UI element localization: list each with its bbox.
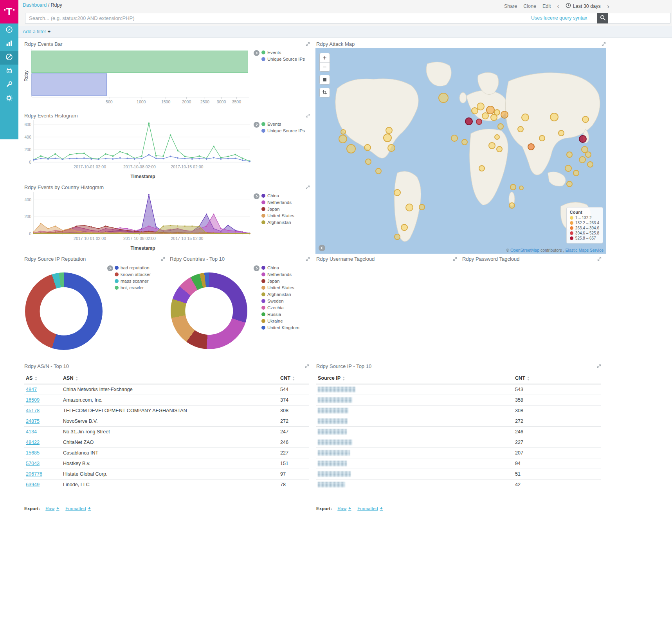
as-link[interactable]: 24875 [26,418,40,424]
legend-toggle-icon[interactable] [254,265,259,271]
map-bubble[interactable] [558,130,564,136]
sidebar-item-management[interactable] [0,92,18,106]
legend-item[interactable]: United Kingdom [261,325,320,330]
expand-icon[interactable] [306,114,310,118]
legend-item[interactable]: bad reputation [115,265,166,270]
export-raw-link[interactable]: Raw [337,506,352,511]
attribution-toggle-button[interactable] [319,245,325,251]
reputation-donut-chart[interactable] [25,272,103,350]
map-bubble[interactable] [394,234,400,240]
share-button[interactable]: Share [504,4,517,9]
legend-item[interactable]: Russia [261,312,320,317]
map-bubble[interactable] [465,117,473,125]
as-link[interactable]: 4134 [26,429,37,435]
map-bubble[interactable] [566,181,573,187]
clone-button[interactable]: Clone [523,4,536,9]
expand-icon[interactable] [305,364,309,368]
expand-icon[interactable] [306,42,310,46]
legend-toggle-icon[interactable] [254,193,259,199]
map-bubble[interactable] [509,202,515,209]
legend-item[interactable]: Afghanistan [261,220,320,225]
map-bubble[interactable] [477,103,485,110]
export-raw-link[interactable]: Raw [45,506,60,511]
expand-icon[interactable] [597,257,602,261]
map-bubble[interactable] [501,111,508,119]
legend-item[interactable]: Events [261,122,320,126]
map-bubble[interactable] [550,113,558,121]
map-bubble[interactable] [579,156,586,163]
legend-item[interactable]: Events [261,50,320,55]
legend-item[interactable]: China [261,193,320,198]
map-bubble[interactable] [375,168,382,174]
map-bubble[interactable] [488,142,495,149]
map-bubble[interactable] [587,161,593,168]
map-bubble[interactable] [582,116,589,123]
as-link[interactable]: 57043 [26,461,40,466]
legend-toggle-icon[interactable] [107,265,113,271]
map-bubble[interactable] [494,134,500,140]
column-header-source-ip[interactable]: Source IP [316,373,513,384]
column-header-as[interactable]: AS [24,373,61,384]
map-bubble[interactable] [497,123,504,130]
as-link[interactable]: 15685 [26,450,40,456]
sidebar-item-discover[interactable] [0,23,18,37]
map-bubble[interactable] [479,165,485,171]
search-button[interactable] [597,13,608,23]
legend-item[interactable]: Czechia [261,305,320,310]
attack-map[interactable]: + − Count 1 – 132.2132.2 – 263.4263.4 – … [315,48,606,254]
as-link[interactable]: 63949 [26,482,40,487]
map-bubble[interactable] [528,143,535,150]
map-bubble[interactable] [394,189,401,196]
map-bubble[interactable] [517,126,524,132]
expand-icon[interactable] [602,42,606,46]
map-bubble[interactable] [364,144,371,151]
expand-icon[interactable] [453,257,457,261]
edit-button[interactable]: Edit [542,4,551,9]
sidebar-item-devtools[interactable] [0,78,18,92]
map-bubble[interactable] [494,109,500,115]
map-bubble[interactable] [387,144,395,152]
map-bubble[interactable] [383,133,392,142]
map-bubble[interactable] [346,144,356,153]
time-picker[interactable]: Last 30 days [566,3,601,9]
countries-donut-chart[interactable] [171,272,247,349]
ems-link[interactable]: Elastic Maps Service [566,248,604,252]
zoom-in-button[interactable]: + [320,53,330,63]
lucene-syntax-link[interactable]: Uses lucene query syntax [531,15,587,21]
map-bubble[interactable] [461,139,468,145]
map-bubble[interactable] [476,119,482,125]
legend-toggle-icon[interactable] [254,122,259,128]
breadcrumb-dashboard-link[interactable]: Dashboard [23,2,47,8]
as-link[interactable]: 206776 [26,471,42,477]
column-header-cnt[interactable]: CNT [513,373,601,384]
draw-filter-button[interactable] [319,88,330,97]
legend-item[interactable]: Afghanistan [261,292,320,297]
fit-bounds-button[interactable] [319,75,330,85]
map-bubble[interactable] [386,127,393,134]
map-bubble[interactable] [339,135,347,143]
legend-item[interactable]: Sweden [261,299,320,303]
expand-icon[interactable] [597,364,601,368]
legend-item[interactable]: Japan [261,207,320,211]
time-forward-chevron[interactable]: › [607,2,609,10]
map-bubble[interactable] [585,151,591,158]
country-histogram-chart[interactable]: 02004002017-10-01 02:002017-10-08 02:002… [22,190,257,245]
sidebar-item-dashboard[interactable] [0,51,18,65]
time-back-chevron[interactable]: ‹ [557,3,559,9]
map-bubble[interactable] [401,224,408,231]
sidebar-item-honeypot[interactable] [0,65,18,78]
map-bubble[interactable] [405,204,413,211]
legend-item[interactable]: China [261,265,320,270]
export-formatted-link[interactable]: Formatted [357,506,383,511]
map-bubble[interactable] [566,151,573,158]
export-formatted-link[interactable]: Formatted [65,506,91,511]
add-filter-button[interactable]: Add a filter+ [23,29,50,34]
map-bubble[interactable] [510,184,516,190]
map-bubble[interactable] [438,93,449,103]
telekom-logo[interactable]: T [0,0,18,23]
legend-item[interactable]: known attacker [115,272,166,277]
map-bubble[interactable] [519,186,524,190]
legend-item[interactable]: United States [261,213,320,218]
legend-item[interactable]: mass scanner [115,279,166,283]
expand-icon[interactable] [306,185,310,189]
